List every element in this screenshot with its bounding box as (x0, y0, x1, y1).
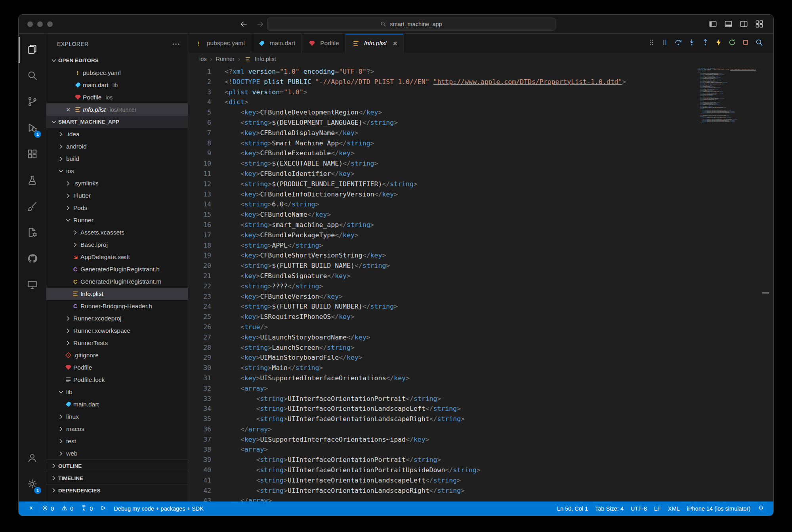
activity-settings[interactable]: 1 (19, 471, 46, 498)
activity-extensions[interactable] (19, 141, 46, 168)
tab-pubspec-yaml[interactable]: !pubspec.yaml (188, 34, 251, 53)
status-debug[interactable] (96, 501, 110, 516)
window-zoom-button[interactable] (47, 21, 53, 27)
tree-item-appdelegate-swift[interactable]: AppDelegate.swift (46, 251, 188, 263)
breadcrumb-runner[interactable]: Runner (216, 56, 235, 62)
action-step-over[interactable] (672, 37, 685, 50)
line-number: 29 (188, 353, 211, 363)
tree-item-main-dart[interactable]: main.dart (46, 398, 188, 410)
tree-item-flutter[interactable]: Flutter (46, 189, 188, 202)
titlebar[interactable]: smart_machine_app (19, 15, 773, 34)
tree-item-lib[interactable]: lib (46, 386, 188, 398)
titlebar-toggle-primary-sidebar[interactable] (708, 19, 718, 29)
activity-accounts[interactable] (19, 445, 46, 471)
project-root-header[interactable]: SMART_MACHINE_APP (46, 116, 188, 128)
tree-item-linux[interactable]: linux (46, 410, 188, 423)
tree-item-gitignore[interactable]: .gitignore (46, 349, 188, 361)
status-notifications[interactable] (754, 501, 768, 516)
activity-search[interactable] (19, 63, 46, 89)
action-step-out[interactable] (699, 37, 712, 50)
action-hot-restart[interactable] (726, 37, 739, 50)
open-editor-podfile[interactable]: Podfileios (46, 91, 188, 103)
tree-item-runnertests[interactable]: RunnerTests (46, 337, 188, 349)
section-outline[interactable]: OUTLINE (46, 460, 188, 472)
action-step-into[interactable] (685, 37, 698, 50)
close-editor-icon[interactable]: × (63, 106, 73, 113)
tree-item-runner-bridging-header-h[interactable]: CRunner-Bridging-Header.h (46, 300, 188, 312)
code-line: 12 <string>$(PRODUCT_BUNDLE_IDENTIFIER)<… (188, 179, 773, 189)
line-number: 31 (188, 373, 211, 383)
open-editor-pubspec-yaml[interactable]: !pubspec.yaml (46, 67, 188, 79)
minimap[interactable]: <?xml version="1.0" encoding="UTF-8"?><!… (697, 68, 756, 124)
tree-item-symlinks[interactable]: .symlinks (46, 177, 188, 189)
action-gripper[interactable] (645, 37, 658, 50)
command-center-search[interactable]: smart_machine_app (267, 17, 555, 31)
tab-info-plist[interactable]: Info.plist× (345, 34, 404, 53)
tree-item-test[interactable]: test (46, 435, 188, 447)
tree-item-pods[interactable]: Pods (46, 202, 188, 214)
status-language-mode[interactable]: XML (664, 501, 683, 516)
titlebar-customize-layout[interactable] (755, 19, 764, 29)
dart-file-icon (64, 401, 73, 408)
tree-item-generatedpluginregistrant-m[interactable]: CGeneratedPluginRegistrant.m (46, 275, 188, 288)
tab-main-dart[interactable]: main.dart (251, 34, 302, 53)
tree-item-build[interactable]: build (46, 153, 188, 165)
breadcrumb-ios[interactable]: ios (199, 56, 207, 62)
section-dependencies[interactable]: DEPENDENCIES (46, 484, 188, 496)
action-pause[interactable] (658, 37, 671, 50)
open-editor-info-plist[interactable]: ×Info.plistios/Runner (46, 103, 188, 116)
tree-item-runner-xcworkspace[interactable]: Runner.xcworkspace (46, 324, 188, 337)
tree-item-ios[interactable]: ios (46, 165, 188, 177)
tree-item-generatedpluginregistrant-h[interactable]: CGeneratedPluginRegistrant.h (46, 263, 188, 275)
tree-item-android[interactable]: android (46, 140, 188, 153)
activity-explorer[interactable] (19, 37, 46, 63)
back-arrow-icon[interactable] (239, 19, 248, 29)
activity-testing[interactable] (19, 168, 46, 194)
titlebar-toggle-secondary-sidebar[interactable] (739, 19, 748, 29)
forward-arrow-icon[interactable] (256, 19, 265, 29)
activity-remote-explorer[interactable] (19, 272, 46, 298)
action-stop[interactable] (739, 37, 752, 50)
action-hot-reload[interactable] (712, 37, 725, 50)
action-open-devtools[interactable] (753, 37, 765, 50)
status-tab-size[interactable]: Tab Size: 4 (592, 501, 627, 516)
more-actions-icon[interactable]: ⋯ (172, 42, 181, 46)
status-debug-config[interactable]: Debug my code + packages + SDK (110, 501, 207, 516)
status-encoding[interactable]: UTF-8 (627, 501, 651, 516)
status-errors[interactable]: 0 (38, 501, 57, 516)
activity-project-manager[interactable] (19, 220, 46, 246)
activity-github[interactable] (19, 246, 46, 272)
tree-item-runner[interactable]: Runner (46, 214, 188, 226)
status-warnings[interactable]: 0 (57, 501, 77, 516)
tree-item-info-plist[interactable]: Info.plist (46, 288, 188, 300)
code-line: 2<!DOCTYPE plist PUBLIC "-//Apple//DTD P… (188, 77, 773, 87)
tree-item-web[interactable]: web (46, 447, 188, 460)
open-editors-header[interactable]: OPEN EDITORS (46, 54, 188, 67)
tree-item-podfile[interactable]: Podfile (46, 361, 188, 374)
activity-source-control[interactable] (19, 89, 46, 115)
tree-item-runner-xcodeproj[interactable]: Runner.xcodeproj (46, 312, 188, 324)
status-remote[interactable] (24, 501, 38, 516)
tab-podfile[interactable]: Podfile (302, 34, 345, 53)
window-close-button[interactable] (27, 21, 33, 27)
window-minimize-button[interactable] (37, 21, 43, 27)
status-eol[interactable]: LF (651, 501, 664, 516)
status-flutter-device[interactable]: iPhone 14 (ios simulator) (683, 501, 754, 516)
status-cursor-position[interactable]: Ln 50, Col 1 (553, 501, 592, 516)
status-ports[interactable]: 0 (77, 501, 96, 516)
section-timeline[interactable]: TIMELINE (46, 472, 188, 484)
titlebar-toggle-panel[interactable] (724, 19, 733, 29)
open-editor-main-dart[interactable]: main.dartlib (46, 79, 188, 91)
tree-item-macos[interactable]: macos (46, 423, 188, 435)
tree-item-assets-xcassets[interactable]: Assets.xcassets (46, 226, 188, 238)
code-editor[interactable]: 1<?xml version="1.0" encoding="UTF-8"?>2… (188, 65, 773, 501)
activity-run-and-debug[interactable]: 1 (19, 115, 46, 141)
activity-brush[interactable] (19, 194, 46, 220)
tree-item-podfile-lock[interactable]: Podfile.lock (46, 374, 188, 386)
editor-group: !pubspec.yamlmain.dartPodfileInfo.plist×… (188, 34, 773, 501)
close-tab-icon[interactable]: × (393, 40, 397, 47)
tree-item-idea[interactable]: .idea (46, 128, 188, 140)
overview-ruler[interactable] (756, 65, 773, 501)
breadcrumb-info-plist[interactable]: Info.plist (244, 56, 276, 62)
tree-item-base-lproj[interactable]: Base.lproj (46, 238, 188, 251)
